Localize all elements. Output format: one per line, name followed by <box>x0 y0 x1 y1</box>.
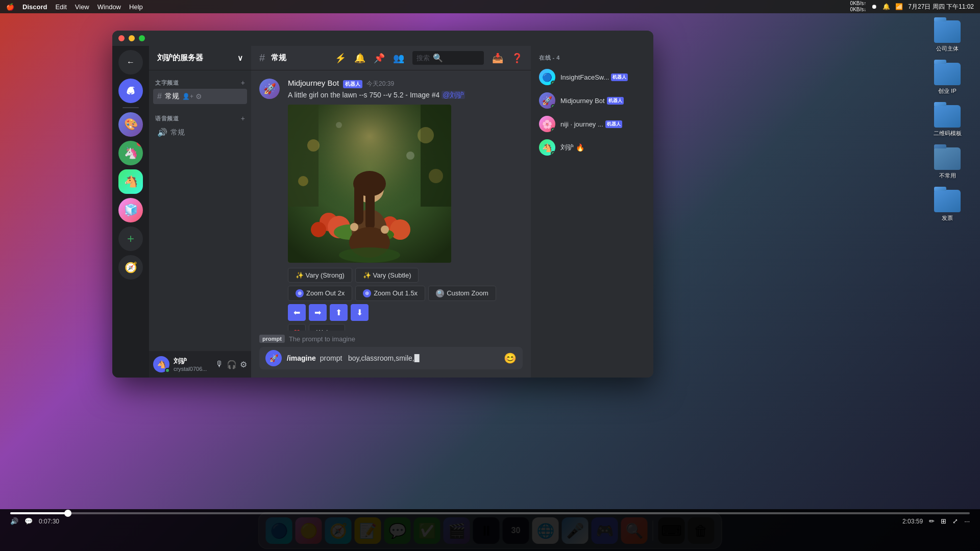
mention: @刘驴 <box>442 91 465 99</box>
user-name-1: Midjourney Bot <box>560 97 605 105</box>
arrow-down-button[interactable]: ⬇ <box>351 304 369 321</box>
server-name: 刘驴的服务器 <box>157 53 203 63</box>
input-user-avatar: 🚀 <box>265 350 282 366</box>
search-box[interactable]: 搜索 🔍 <box>412 51 484 65</box>
user-avatar-1: 🚀 <box>539 92 555 109</box>
desktop-icon-label-4: 发票 <box>942 214 953 222</box>
hint-text: The prompt to imagine <box>289 335 355 343</box>
add-server-button[interactable]: + <box>118 227 143 251</box>
screen-record-icon[interactable]: ⏺ <box>871 3 877 10</box>
notifications-icon[interactable]: 🔔 <box>354 53 365 64</box>
bottom-user-panel: 🐴 刘驴 crystal0706... 🎙 🎧 ⚙ <box>149 351 251 378</box>
voice-channel-section[interactable]: 语音频道 <box>155 115 179 122</box>
server-divider <box>122 107 139 108</box>
desktop-icon-3[interactable]: 不常用 <box>927 147 968 180</box>
server-name-chevron: ∨ <box>237 54 243 63</box>
text-channel-section[interactable]: 文字频道 <box>155 79 179 87</box>
system-icon[interactable]: 🔔 <box>883 3 890 10</box>
threads-icon[interactable]: ⚡ <box>335 53 346 64</box>
more-options-icon[interactable]: ··· <box>964 517 970 525</box>
desktop-icon-0[interactable]: 公司主体 <box>927 20 968 53</box>
heart-button[interactable]: ❤ <box>288 324 306 331</box>
server-home[interactable] <box>118 79 143 103</box>
svg-point-23 <box>429 169 443 183</box>
edit-icon[interactable]: ✏ <box>929 517 935 525</box>
help-icon[interactable]: ❓ <box>511 53 523 64</box>
menu-view[interactable]: View <box>75 3 89 11</box>
user-item-2[interactable]: 🌸 niji · journey ... 机器人 <box>535 113 649 135</box>
prompt-input[interactable] <box>320 354 504 362</box>
bottom-user-avatar: 🐴 <box>153 356 169 372</box>
desktop-icon-label-3: 不常用 <box>939 172 956 180</box>
custom-zoom-button[interactable]: 🔍 Custom Zoom <box>428 286 496 301</box>
vary-subtle-button[interactable]: ✨ Vary (Subtle) <box>355 268 419 283</box>
server-icon-active[interactable]: 🐴 <box>118 169 143 194</box>
image-placeholder <box>288 105 451 263</box>
user-name-2: niji · journey ... <box>560 120 603 128</box>
message-image[interactable] <box>288 105 451 263</box>
channel-item-general-voice[interactable]: 🔊 常规 <box>153 124 247 140</box>
web-button[interactable]: Web ↗ <box>309 324 345 331</box>
fullscreen-icon[interactable]: ⤢ <box>952 517 958 525</box>
hashtag-icon: # <box>157 92 162 101</box>
layout-icon[interactable]: ⊞ <box>941 517 946 525</box>
user-item-3[interactable]: 🐴 刘驴 🔥 <box>535 136 649 159</box>
settings-button[interactable]: ⚙ <box>195 92 202 101</box>
action-buttons-misc: ❤ Web ↗ <box>288 324 523 331</box>
video-progress-thumb[interactable] <box>64 510 71 517</box>
action-buttons-row2: ⊕ Zoom Out 2x ⊕ Zoom Out 1.5x 🔍 Custom Z… <box>288 286 523 301</box>
channel-item-general-text[interactable]: # 常规 👤+ ⚙ <box>153 89 247 104</box>
members-icon[interactable]: 👥 <box>393 53 404 64</box>
bottom-username: 刘驴 <box>174 357 211 366</box>
zoom-out-1x-button[interactable]: ⊕ Zoom Out 1.5x <box>355 286 425 301</box>
add-voice-channel-button[interactable]: + <box>241 114 245 122</box>
network-stats: 0KB/s↑0KB/s↓ <box>850 1 867 13</box>
channel-sidebar: 刘驴的服务器 ∨ 文字频道 + # 常规 👤+ ⚙ <box>149 46 251 378</box>
menu-edit[interactable]: Edit <box>55 3 66 11</box>
desktop-icon-1[interactable]: 创业 IP <box>927 63 968 95</box>
svg-point-24 <box>406 152 414 160</box>
inbox-icon[interactable]: 📥 <box>492 53 503 64</box>
back-button[interactable]: ← <box>118 50 143 74</box>
minimize-button[interactable] <box>129 35 135 41</box>
vary-strong-button[interactable]: ✨ Vary (Strong) <box>288 268 352 283</box>
server-icon-3[interactable]: 🧊 <box>118 198 143 222</box>
apple-logo-icon[interactable]: 🍎 <box>6 3 14 11</box>
invite-button[interactable]: 👤+ <box>182 92 193 101</box>
bot-badge: 机器人 <box>343 80 362 88</box>
discord-window: ← 🎨 🦄 5 🐴 🧊 + 🧭 <box>112 31 653 378</box>
menu-window[interactable]: Window <box>97 3 121 11</box>
arrow-right-button[interactable]: ➡ <box>309 304 327 321</box>
message-content: Midjourney Bot 机器人 今天20:39 A little girl… <box>288 79 523 331</box>
video-progress-track[interactable] <box>10 512 970 514</box>
user-item-1[interactable]: 🚀 Midjourney Bot 机器人 <box>535 89 649 112</box>
user-item-0[interactable]: 🔵 InsightFaceSw... 机器人 <box>535 66 649 88</box>
server-icon-1[interactable]: 🦄 5 <box>118 141 143 165</box>
discover-servers-button[interactable]: 🧭 <box>118 255 143 280</box>
svg-point-25 <box>336 122 342 128</box>
arrow-left-button[interactable]: ⬅ <box>288 304 306 321</box>
add-text-channel-button[interactable]: + <box>241 79 245 87</box>
zoom-out-2x-button[interactable]: ⊕ Zoom Out 2x <box>288 286 352 301</box>
server-icon-0[interactable]: 🎨 <box>118 112 143 137</box>
bottom-user-info: 刘驴 crystal0706... <box>174 357 211 372</box>
subtitle-icon[interactable]: 💬 <box>24 517 33 525</box>
maximize-button[interactable] <box>139 35 145 41</box>
mute-button[interactable]: 🎙 <box>215 360 224 369</box>
desktop-icon-4[interactable]: 发票 <box>927 190 968 222</box>
menu-help[interactable]: Help <box>129 3 143 11</box>
emoji-button[interactable]: 😊 <box>504 352 517 364</box>
desktop-icon-2[interactable]: 二维码模板 <box>927 105 968 137</box>
pinned-icon[interactable]: 📌 <box>374 53 385 64</box>
deafen-button[interactable]: 🎧 <box>227 360 237 369</box>
server-name-header[interactable]: 刘驴的服务器 ∨ <box>149 46 251 70</box>
volume-icon[interactable]: 🔊 <box>10 517 18 525</box>
user-name-0: InsightFaceSw... <box>560 73 609 81</box>
wifi-icon[interactable]: 📶 <box>895 3 903 10</box>
close-button[interactable] <box>118 35 125 41</box>
user-settings-button[interactable]: ⚙ <box>240 360 247 369</box>
chat-input-box: 🚀 /imagine 😊 <box>259 347 523 369</box>
action-buttons-row1: ✨ Vary (Strong) ✨ Vary (Subtle) <box>288 268 523 283</box>
arrow-up-button[interactable]: ⬆ <box>330 304 348 321</box>
channel-hash-icon: # <box>259 52 265 64</box>
